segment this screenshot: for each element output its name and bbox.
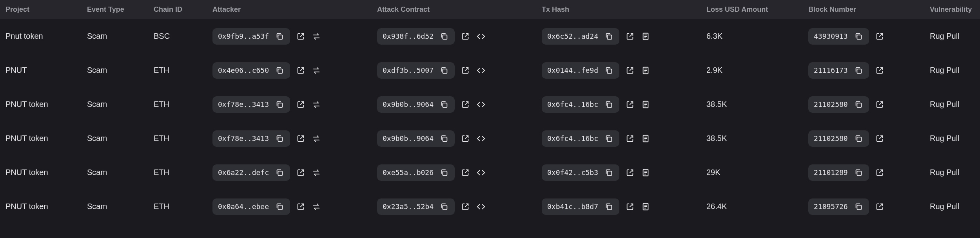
attacker-address-pill[interactable]: 0x9fb9..a53f [212, 28, 290, 45]
external-link-icon[interactable] [625, 65, 635, 76]
tx-hash-pill[interactable]: 0x6fc4..16bc [542, 130, 619, 147]
external-link-icon[interactable] [625, 202, 635, 212]
receipt-icon[interactable] [641, 168, 651, 178]
external-link-icon[interactable] [875, 99, 885, 110]
external-link-icon[interactable] [625, 99, 635, 110]
receipt-icon[interactable] [641, 202, 651, 212]
external-link-icon[interactable] [875, 202, 885, 212]
exchange-icon[interactable] [311, 31, 321, 41]
table-row: PNUT token Scam ETH 0xf78e..3413 0x9b0b.… [0, 87, 980, 121]
external-link-icon[interactable] [875, 133, 885, 144]
attack-contract-pill[interactable]: 0x9b0b..9064 [377, 130, 455, 147]
external-link-icon[interactable] [875, 65, 885, 76]
copy-icon[interactable] [274, 168, 285, 178]
exchange-icon[interactable] [311, 168, 321, 178]
table-row: PNUT Scam ETH 0x4e06..c650 0xdf3b..5007 … [0, 53, 980, 87]
copy-icon[interactable] [439, 65, 449, 76]
attack-contract-pill[interactable]: 0xdf3b..5007 [377, 62, 455, 79]
block-number-pill[interactable]: 21102580 [808, 130, 869, 147]
copy-icon[interactable] [274, 99, 285, 110]
attacker-address-pill[interactable]: 0xf78e..3413 [212, 130, 290, 147]
tx-hash-pill[interactable]: 0x6c52..ad24 [542, 28, 619, 45]
copy-icon[interactable] [853, 31, 864, 41]
code-icon[interactable] [476, 133, 486, 144]
copy-icon[interactable] [604, 168, 614, 178]
exchange-icon[interactable] [311, 65, 321, 76]
copy-icon[interactable] [853, 202, 864, 212]
copy-icon[interactable] [604, 202, 614, 212]
tx-hash-pill[interactable]: 0x6fc4..16bc [542, 96, 619, 113]
copy-icon[interactable] [439, 133, 449, 144]
external-link-icon[interactable] [296, 168, 306, 178]
external-link-icon[interactable] [625, 31, 635, 41]
copy-icon[interactable] [274, 31, 285, 41]
attacker-address-pill[interactable]: 0x0a64..ebee [212, 198, 290, 215]
loss-usd-amount: 29K [702, 168, 804, 177]
code-icon[interactable] [476, 168, 486, 178]
external-link-icon[interactable] [460, 202, 470, 212]
external-link-icon[interactable] [460, 133, 470, 144]
external-link-icon[interactable] [296, 65, 306, 76]
attack-contract-address: 0xdf3b..5007 [383, 66, 434, 74]
copy-icon[interactable] [439, 31, 449, 41]
tx-hash-pill[interactable]: 0x0f42..c5b3 [542, 164, 619, 181]
external-link-icon[interactable] [460, 65, 470, 76]
copy-icon[interactable] [853, 99, 864, 110]
attacker-address-pill[interactable]: 0x4e06..c650 [212, 62, 290, 79]
external-link-icon[interactable] [460, 31, 470, 41]
block-number-pill[interactable]: 21102580 [808, 96, 869, 113]
external-link-icon[interactable] [875, 31, 885, 41]
external-link-icon[interactable] [296, 99, 306, 110]
code-icon[interactable] [476, 99, 486, 110]
attack-contract-pill[interactable]: 0x9b0b..9064 [377, 96, 455, 113]
chain-id: ETH [149, 202, 208, 211]
code-icon[interactable] [476, 65, 486, 76]
attacker-address-pill[interactable]: 0x6a22..defc [212, 164, 290, 181]
vulnerability: Rug Pull [925, 32, 980, 41]
copy-icon[interactable] [853, 133, 864, 144]
loss-usd-amount: 2.9K [702, 66, 804, 75]
block-number-pill[interactable]: 21116173 [808, 62, 869, 79]
exchange-icon[interactable] [311, 133, 321, 144]
attack-contract-pill[interactable]: 0x23a5..52b4 [377, 198, 455, 215]
tx-hash-pill[interactable]: 0x0144..fe9d [542, 62, 619, 79]
copy-icon[interactable] [274, 133, 285, 144]
code-icon[interactable] [476, 31, 486, 41]
external-link-icon[interactable] [296, 133, 306, 144]
copy-icon[interactable] [604, 99, 614, 110]
copy-icon[interactable] [274, 65, 285, 76]
copy-icon[interactable] [439, 99, 449, 110]
receipt-icon[interactable] [641, 31, 651, 41]
exchange-icon[interactable] [311, 202, 321, 212]
receipt-icon[interactable] [641, 133, 651, 144]
tx-hash-pill[interactable]: 0xb41c..b8d7 [542, 198, 619, 215]
copy-icon[interactable] [853, 65, 864, 76]
external-link-icon[interactable] [625, 133, 635, 144]
receipt-icon[interactable] [641, 65, 651, 76]
attacker-address-pill[interactable]: 0xf78e..3413 [212, 96, 290, 113]
external-link-icon[interactable] [460, 99, 470, 110]
copy-icon[interactable] [604, 65, 614, 76]
copy-icon[interactable] [439, 202, 449, 212]
external-link-icon[interactable] [296, 31, 306, 41]
chain-id: ETH [149, 66, 208, 75]
attack-contract-pill[interactable]: 0x938f..6d52 [377, 28, 455, 45]
copy-icon[interactable] [439, 168, 449, 178]
code-icon[interactable] [476, 202, 486, 212]
copy-icon[interactable] [604, 133, 614, 144]
external-link-icon[interactable] [625, 168, 635, 178]
block-number-pill[interactable]: 43930913 [808, 28, 869, 45]
external-link-icon[interactable] [296, 202, 306, 212]
block-number-pill[interactable]: 21101289 [808, 164, 869, 181]
exchange-icon[interactable] [311, 99, 321, 110]
block-number-pill[interactable]: 21095726 [808, 198, 869, 215]
copy-icon[interactable] [604, 31, 614, 41]
table-header-row: Project Event Type Chain ID Attacker Att… [0, 0, 980, 19]
external-link-icon[interactable] [460, 168, 470, 178]
attack-contract-pill[interactable]: 0xe55a..b026 [377, 164, 455, 181]
block-number: 21095726 [814, 202, 848, 211]
external-link-icon[interactable] [875, 168, 885, 178]
copy-icon[interactable] [274, 202, 285, 212]
receipt-icon[interactable] [641, 99, 651, 110]
copy-icon[interactable] [853, 168, 864, 178]
